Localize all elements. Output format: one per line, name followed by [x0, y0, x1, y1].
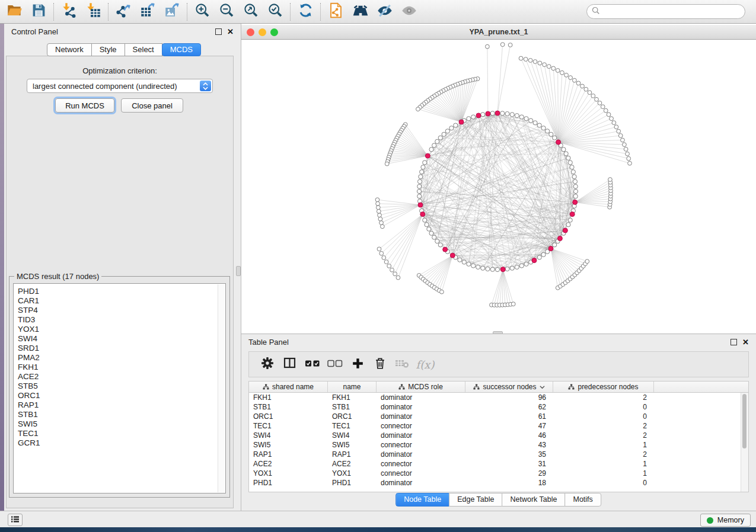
- deselect-all-button[interactable]: [324, 354, 346, 375]
- zoom-fit-button[interactable]: [239, 2, 263, 22]
- mcds-result-item[interactable]: PMA2: [18, 353, 225, 363]
- mcds-result-item[interactable]: STB1: [18, 410, 225, 419]
- import-network-button[interactable]: [57, 2, 81, 22]
- find-button[interactable]: [348, 2, 372, 22]
- mcds-result-list[interactable]: PHD1CAR1STP4TID3YOX1SWI4SRD1PMA2FKH1ACE2…: [13, 283, 226, 493]
- mcds-result-item[interactable]: ORC1: [18, 391, 225, 400]
- cell: SWI5: [328, 441, 377, 449]
- tab-motifs[interactable]: Motifs: [564, 493, 601, 507]
- table-row[interactable]: YOX1YOX1connector291: [249, 469, 748, 478]
- cell: 61: [465, 412, 553, 421]
- memory-status-icon: [707, 517, 713, 524]
- network-window-titlebar[interactable]: YPA_prune.txt_1: [241, 25, 756, 40]
- delete-column-button[interactable]: [369, 354, 391, 375]
- mcds-result-item[interactable]: ACE2: [18, 372, 225, 382]
- table-row[interactable]: PHD1PHD1dominator180: [249, 478, 748, 488]
- open-session-button[interactable]: [2, 2, 27, 22]
- zoom-selected-button[interactable]: [263, 2, 288, 22]
- cell: 43: [465, 441, 553, 449]
- mcds-result-item[interactable]: RAP1: [18, 400, 225, 410]
- run-mcds-button[interactable]: Run MCDS: [55, 98, 114, 113]
- cell: 2: [553, 422, 654, 430]
- mcds-result-item[interactable]: YOX1: [18, 325, 225, 334]
- tab-node-table[interactable]: Node Table: [395, 493, 449, 507]
- table-row[interactable]: SWI5SWI5connector431: [249, 440, 748, 450]
- column-header-predecessor-nodes[interactable]: predecessor nodes: [553, 382, 654, 392]
- column-header-shared-name[interactable]: shared name: [249, 382, 328, 392]
- column-header-successor-nodes[interactable]: successor nodes: [465, 382, 553, 392]
- task-history-button[interactable]: [8, 514, 23, 526]
- cell: SWI5: [249, 441, 328, 449]
- table-row[interactable]: ORC1ORC1dominator610: [249, 412, 748, 421]
- memory-button[interactable]: Memory: [700, 514, 751, 527]
- column-visibility-button[interactable]: [279, 354, 301, 375]
- mcds-result-item[interactable]: SWI4: [18, 334, 225, 344]
- cell: ORC1: [328, 412, 377, 421]
- mcds-result-item[interactable]: SWI5: [18, 419, 225, 429]
- close-panel-button[interactable]: Close panel: [121, 98, 183, 113]
- mcds-result-item[interactable]: PHD1: [18, 287, 225, 296]
- export-network-button[interactable]: [111, 2, 136, 22]
- table-scrollbar-thumb[interactable]: [742, 394, 747, 448]
- cell: 0: [553, 479, 654, 487]
- import-table-button[interactable]: [81, 2, 106, 22]
- mcds-list-scrollbar[interactable]: [218, 284, 225, 492]
- float-panel-icon[interactable]: [731, 339, 737, 345]
- export-table-button[interactable]: [136, 2, 160, 22]
- delete-column-icon: [374, 357, 387, 372]
- table-row[interactable]: TEC1TEC1connector472: [249, 421, 748, 431]
- mcds-result-item[interactable]: STP4: [18, 306, 225, 315]
- show-all-button[interactable]: [397, 2, 421, 22]
- control-panel-tabs: NetworkStyleSelectMCDS: [47, 43, 201, 56]
- mcds-result-item[interactable]: FKH1: [18, 363, 225, 372]
- table-settings-button[interactable]: [256, 354, 279, 375]
- mcds-result-item[interactable]: SRD1: [18, 344, 225, 353]
- table-row[interactable]: FKH1FKH1dominator962: [249, 393, 748, 402]
- table-row[interactable]: RAP1RAP1dominator352: [249, 450, 748, 459]
- search-field[interactable]: [586, 4, 745, 19]
- tab-edge-table[interactable]: Edge Table: [449, 493, 502, 507]
- add-column-button[interactable]: [346, 354, 369, 375]
- tab-network[interactable]: Network: [47, 43, 92, 56]
- network-graph-canvas[interactable]: [241, 40, 756, 333]
- mcds-result-item[interactable]: STB5: [18, 382, 225, 391]
- criterion-dropdown[interactable]: largest connected component (undirected): [27, 79, 213, 93]
- tab-select[interactable]: Select: [125, 43, 162, 56]
- network-from-selection-button[interactable]: [324, 2, 348, 22]
- apply-layout-button[interactable]: [294, 2, 318, 22]
- export-image-button[interactable]: [160, 2, 184, 22]
- dropdown-stepper-icon: [200, 81, 211, 91]
- float-panel-icon[interactable]: [215, 28, 222, 35]
- tab-mcds[interactable]: MCDS: [162, 43, 201, 56]
- mcds-result-item[interactable]: TID3: [18, 315, 225, 325]
- node-table[interactable]: shared namenameMCDS rolesuccessor nodesp…: [248, 381, 749, 492]
- close-panel-icon[interactable]: ✕: [742, 339, 749, 345]
- cell: SWI4: [249, 431, 328, 440]
- mcds-result-item[interactable]: TEC1: [18, 429, 225, 438]
- table-scrollbar[interactable]: [741, 393, 748, 492]
- table-row[interactable]: ACE2ACE2connector311: [249, 459, 748, 469]
- table-row[interactable]: SWI4SWI4dominator462: [249, 431, 748, 440]
- cell: 35: [465, 450, 553, 459]
- search-icon: [592, 7, 600, 17]
- table-row[interactable]: STB1STB1dominator620: [249, 402, 748, 412]
- vertical-splitter[interactable]: [236, 266, 241, 276]
- close-panel-icon[interactable]: ✕: [227, 29, 234, 34]
- save-session-button[interactable]: [27, 2, 51, 22]
- toolbar-separator: [320, 3, 321, 21]
- search-input[interactable]: [603, 7, 745, 17]
- column-header-name[interactable]: name: [328, 382, 377, 392]
- zoom-in-button[interactable]: [190, 2, 215, 22]
- tab-style[interactable]: Style: [91, 43, 125, 56]
- table-panel: Table Panel ✕ f(x) shared namenameMCDS r…: [241, 334, 756, 511]
- mcds-result-item[interactable]: GCR1: [18, 438, 225, 448]
- hide-selection-icon: [377, 2, 393, 21]
- tab-network-table[interactable]: Network Table: [502, 493, 566, 507]
- column-header-MCDS-role[interactable]: MCDS role: [377, 382, 465, 392]
- select-all-button[interactable]: [301, 354, 324, 375]
- zoom-out-button[interactable]: [215, 2, 239, 22]
- hide-selection-button[interactable]: [372, 2, 397, 22]
- mcds-result-item[interactable]: CAR1: [18, 296, 225, 306]
- function-builder-icon: f(x): [416, 358, 435, 371]
- table-header-row[interactable]: shared namenameMCDS rolesuccessor nodesp…: [249, 382, 748, 393]
